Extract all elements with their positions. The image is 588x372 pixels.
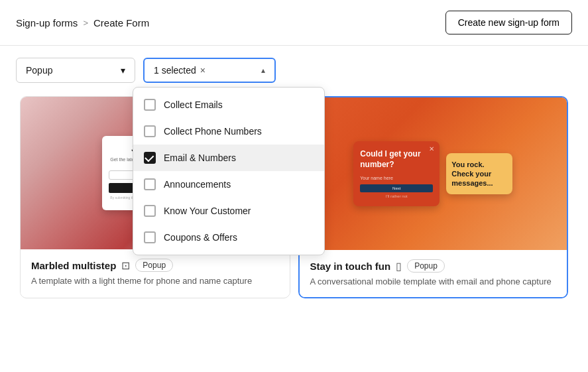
dropdown-item-announcements[interactable]: Announcements	[133, 171, 324, 198]
card-type-badge: Popup	[135, 259, 173, 272]
dropdown-item-coupons-offers[interactable]: Coupons & Offers	[133, 224, 324, 251]
clear-selection-button[interactable]: ×	[200, 65, 206, 76]
card-title-row: Stay in touch fun ▯ Popup	[310, 259, 557, 273]
header: Sign-up forms > Create Form Create new s…	[0, 0, 588, 46]
filters-bar: Popup ▾ 1 selected × ▴ Collect Emails Co…	[0, 46, 588, 92]
dropdown-item-email-numbers[interactable]: Email & Numbers	[133, 145, 324, 171]
chevron-up-icon: ▴	[261, 66, 265, 75]
category-dropdown-menu: Collect Emails Collect Phone Numbers Ema…	[133, 87, 325, 255]
checkbox-announcements[interactable]	[144, 178, 156, 190]
dropdown-item-label: Know Your Customer	[164, 206, 251, 216]
card-description: A conversational mobile template with em…	[310, 276, 557, 288]
dropdown-item-label: Announcements	[164, 179, 231, 190]
chevron-down-icon: ▾	[121, 65, 125, 76]
dropdown-item-label: Collect Emails	[164, 99, 223, 110]
dropdown-item-collect-emails[interactable]: Collect Emails	[133, 92, 324, 118]
fun-close-icon: ✕	[429, 145, 434, 153]
card-title: Marbled multistep	[31, 260, 116, 271]
card-image-fun: ✕ Could I get your number? Your name her…	[300, 97, 567, 250]
selected-count-label: 1 selected	[154, 65, 196, 76]
fun-right-text: You rock. Check your messages...	[451, 160, 507, 188]
card-type-badge: Popup	[407, 259, 445, 273]
card-title-row: Marbled multistep ⊡ Popup	[31, 259, 279, 272]
card-description: A template with a light theme for phone …	[31, 275, 279, 287]
card-footer-fun: Stay in touch fun ▯ Popup A conversation…	[300, 250, 567, 297]
checkbox-coupons-offers[interactable]	[144, 231, 156, 243]
dropdown-item-label: Coupons & Offers	[164, 232, 237, 243]
checkbox-email-numbers[interactable]	[144, 152, 156, 164]
type-filter-dropdown[interactable]: Popup ▾	[16, 58, 135, 83]
checkbox-collect-emails[interactable]	[144, 99, 156, 111]
card-footer-marbled: Marbled multistep ⊡ Popup A template wit…	[21, 249, 290, 296]
dropdown-item-label: Email & Numbers	[164, 153, 236, 163]
category-filter-dropdown[interactable]: 1 selected × ▴	[143, 58, 276, 83]
desktop-icon: ⊡	[121, 259, 130, 272]
breadcrumb-separator: >	[83, 18, 88, 28]
mobile-icon: ▯	[396, 260, 402, 273]
fun-phone-input: Your name here	[360, 176, 433, 180]
checkbox-know-customer[interactable]	[144, 205, 156, 217]
create-signup-form-button[interactable]: Create new sign-up form	[445, 11, 572, 34]
breadcrumb: Sign-up forms > Create Form	[16, 17, 149, 29]
dropdown-item-know-customer[interactable]: Know Your Customer	[133, 198, 324, 224]
card-title: Stay in touch fun	[310, 261, 391, 272]
fun-card-right-panel: You rock. Check your messages...	[446, 153, 512, 195]
selected-badge: 1 selected ×	[154, 65, 206, 76]
card-stay-in-touch[interactable]: ✕ Could I get your number? Your name her…	[298, 96, 569, 298]
checkbox-collect-phone[interactable]	[144, 125, 156, 137]
dropdown-item-label: Collect Phone Numbers	[164, 126, 262, 137]
fun-skip-link: I'll rather not	[360, 194, 433, 198]
type-filter-label: Popup	[26, 65, 52, 76]
breadcrumb-current: Create Form	[93, 17, 149, 29]
fun-left-title: Could I get your number?	[360, 149, 433, 170]
fun-next-btn: Next	[360, 184, 433, 192]
fun-card-left-panel: ✕ Could I get your number? Your name her…	[353, 141, 440, 206]
breadcrumb-link[interactable]: Sign-up forms	[16, 17, 78, 29]
dropdown-item-collect-phone[interactable]: Collect Phone Numbers	[133, 118, 324, 145]
